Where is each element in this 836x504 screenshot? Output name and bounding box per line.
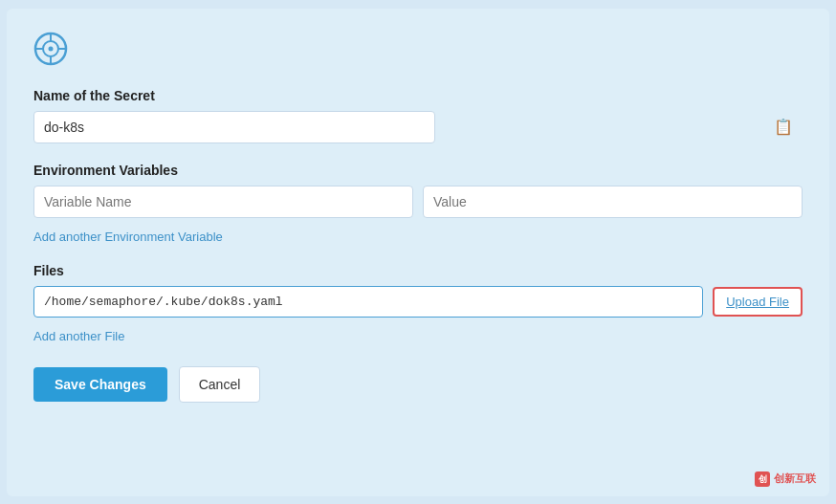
watermark-text: 创新互联 <box>774 471 816 486</box>
actions-row: Save Changes Cancel <box>33 366 803 403</box>
secret-name-input-wrapper: 📋 <box>33 111 803 143</box>
file-path-input[interactable] <box>33 286 703 318</box>
svg-point-2 <box>49 46 54 51</box>
dialog-container: Name of the Secret 📋 Environment Variabl… <box>7 9 829 496</box>
save-changes-button[interactable]: Save Changes <box>33 367 167 402</box>
files-section: Files Upload File Add another File <box>33 263 803 343</box>
cancel-button[interactable]: Cancel <box>179 366 261 403</box>
files-label: Files <box>33 263 803 278</box>
watermark: 创 创新互联 <box>755 471 816 487</box>
files-row: Upload File <box>33 286 803 318</box>
env-variables-label: Environment Variables <box>33 163 803 178</box>
env-variables-row <box>33 186 803 218</box>
secret-name-label: Name of the Secret <box>33 88 803 103</box>
add-env-variable-link[interactable]: Add another Environment Variable <box>33 230 223 244</box>
logo-area <box>33 32 803 69</box>
semaphore-logo-icon <box>33 32 68 66</box>
variable-name-input[interactable] <box>33 186 413 218</box>
env-variables-section: Environment Variables Add another Enviro… <box>33 163 803 244</box>
upload-file-button[interactable]: Upload File <box>713 287 803 317</box>
secret-name-section: Name of the Secret 📋 <box>33 88 803 143</box>
watermark-icon: 创 <box>755 471 770 487</box>
add-file-link[interactable]: Add another File <box>33 329 124 343</box>
secret-name-input[interactable] <box>33 111 435 143</box>
variable-value-input[interactable] <box>423 186 803 218</box>
clipboard-icon: 📋 <box>774 118 793 136</box>
